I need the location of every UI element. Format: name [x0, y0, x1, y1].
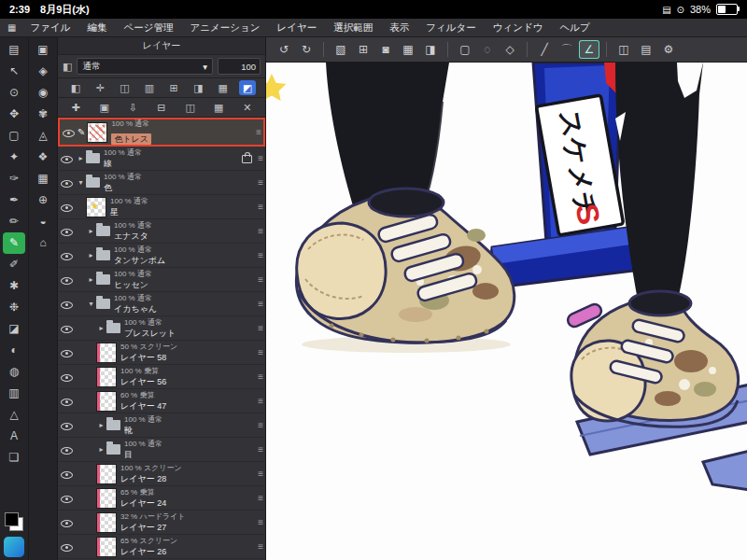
layer-visibility-toggle[interactable] [60, 346, 74, 359]
selection-tool[interactable]: ▢ [3, 125, 25, 147]
delete-layer-button[interactable]: ✕ [239, 100, 256, 115]
blend-mode-select[interactable]: 通常 ▾ [77, 58, 213, 75]
fill-area-icon[interactable]: ◙ [375, 40, 396, 59]
menu-item-1[interactable]: ファイル [21, 21, 78, 35]
layer-row[interactable]: 65 % スクリーンレイヤー 26≡ [58, 535, 265, 559]
snap-ruler-icon[interactable]: ▧ [331, 40, 351, 59]
layer-thumbnail[interactable] [96, 537, 117, 557]
pen-tool[interactable]: ✒ [3, 189, 25, 211]
blend-tool[interactable]: ◐ [3, 340, 25, 361]
layer-thumbnail[interactable] [96, 391, 117, 412]
layer-visibility-toggle[interactable] [60, 419, 74, 432]
fill-tool[interactable]: ◍ [3, 361, 25, 383]
layer-drag-handle[interactable]: ≡ [258, 299, 263, 309]
material-icon[interactable]: ◨ [420, 40, 441, 59]
rect-select-icon[interactable]: ▢ [455, 40, 475, 59]
layer-drag-handle[interactable]: ≡ [258, 250, 263, 260]
layer-visibility-toggle[interactable] [60, 249, 74, 262]
gradient-tool[interactable]: ▥ [3, 383, 25, 404]
menu-item-5[interactable]: レイヤー [268, 21, 325, 35]
layer-palette-tab-2[interactable]: ✛ [92, 80, 108, 95]
layer-row[interactable]: ▸100 % 通常ヒッセン≡ [58, 268, 265, 292]
apply-mask-button[interactable]: ▦ [210, 100, 227, 115]
layer-thumbnail[interactable] [96, 343, 117, 363]
layer-visibility-toggle[interactable] [60, 176, 74, 189]
subtool-icon-2[interactable]: ◉ [32, 82, 54, 104]
layer-expand-arrow[interactable]: ▾ [86, 300, 96, 308]
layer-row[interactable]: ✎100 % 通常色トレス≡ [58, 118, 265, 147]
text-tool[interactable]: A [3, 426, 25, 447]
opacity-input[interactable]: 100 [218, 58, 261, 75]
layer-drag-handle[interactable]: ≡ [258, 202, 263, 212]
layer-expand-arrow[interactable]: ▾ [76, 178, 86, 187]
zoom-tool[interactable]: ⊙ [3, 82, 25, 104]
layer-expand-arrow[interactable]: ▸ [76, 154, 86, 162]
app-grid-icon[interactable]: ▦ [7, 22, 16, 33]
layer-expand-arrow[interactable]: ▸ [96, 445, 106, 454]
layer-drag-handle[interactable]: ≡ [258, 444, 263, 455]
layer-row[interactable]: ▸100 % 通常靴≡ [58, 413, 265, 438]
layer-palette-tab-1[interactable]: ◧ [67, 80, 84, 95]
layer-visibility-toggle[interactable] [60, 492, 74, 505]
layer-row[interactable]: ▸100 % 通常タンサンボム≡ [58, 244, 265, 268]
figure-tool[interactable]: △ [3, 404, 25, 426]
subtool-icon-6[interactable]: ▦ [32, 168, 54, 189]
subtool-icon-5[interactable]: ❖ [32, 147, 54, 168]
layer-row[interactable]: 100 % 乗算レイヤー 56≡ [58, 365, 265, 389]
layer-palette-tab-6[interactable]: ◨ [190, 80, 206, 95]
layer-visibility-toggle[interactable] [60, 273, 74, 287]
transform-icon[interactable]: ⊞ [353, 40, 374, 59]
layer-thumbnail[interactable] [87, 122, 107, 143]
lasso-select-icon[interactable]: ◌ [477, 40, 498, 59]
layer-row[interactable]: ▸100 % 通常エナスタ≡ [58, 219, 265, 244]
straight-line-icon[interactable]: ╱ [534, 40, 555, 59]
layer-drag-handle[interactable]: ≡ [258, 420, 263, 430]
new-folder-button[interactable]: ▣ [96, 100, 113, 115]
eyedropper-tool[interactable]: ✑ [3, 168, 25, 189]
layer-drag-handle[interactable]: ≡ [258, 153, 263, 163]
layer-visibility-toggle[interactable] [60, 443, 74, 456]
menu-item-2[interactable]: 編集 [78, 21, 115, 35]
layer-drag-handle[interactable]: ≡ [256, 127, 261, 137]
layer-expand-arrow[interactable]: ▸ [96, 421, 106, 429]
menu-item-9[interactable]: ウィンドウ [485, 21, 552, 35]
layer-drag-handle[interactable]: ≡ [258, 371, 263, 382]
palette-combine-icon[interactable]: ◧ [63, 61, 72, 73]
layer-visibility-toggle[interactable] [60, 371, 74, 384]
subtool-icon-4[interactable]: ◬ [32, 125, 54, 147]
layer-row[interactable]: ▸100 % 通常ブレスレット≡ [58, 316, 265, 341]
layer-thumbnail[interactable] [96, 464, 117, 484]
layer-visibility-toggle[interactable] [60, 468, 74, 481]
layer-drag-handle[interactable]: ≡ [258, 347, 263, 357]
layer-drag-handle[interactable]: ≡ [258, 517, 263, 527]
layer-palette-tab-7[interactable]: ▦ [215, 80, 232, 95]
layer-expand-arrow[interactable]: ▸ [86, 251, 96, 259]
copy-icon[interactable]: ◫ [613, 40, 634, 59]
canvas[interactable]: スケメチ S [266, 63, 747, 560]
menu-item-4[interactable]: アニメーション [181, 21, 268, 35]
brush-tool[interactable]: ✐ [3, 254, 25, 275]
layer-row[interactable]: ▸100 % 通常線≡ [58, 147, 265, 171]
layer-drag-handle[interactable]: ≡ [258, 323, 263, 333]
layer-palette-tab-4[interactable]: ▥ [141, 80, 158, 95]
marker-tool[interactable]: ✎ [3, 232, 25, 254]
decoration-tool[interactable]: ❉ [3, 297, 25, 318]
panel-toggle-icon[interactable]: ▤ [3, 39, 25, 61]
layer-palette-tab-8[interactable]: ◩ [239, 80, 256, 95]
pencil-tool[interactable]: ✏ [3, 211, 25, 232]
layer-visibility-toggle[interactable] [60, 152, 74, 165]
layer-drag-handle[interactable]: ≡ [258, 274, 263, 285]
eraser-tool[interactable]: ◪ [3, 318, 25, 340]
layer-visibility-toggle[interactable] [60, 298, 74, 311]
new-raster-layer-button[interactable]: ✚ [67, 100, 84, 115]
subtool-icon-1[interactable]: ◈ [32, 61, 54, 82]
layer-row[interactable]: 32 % ハードライトレイヤー 27≡ [58, 511, 265, 535]
undo-icon[interactable]: ↺ [274, 40, 294, 59]
curve-line-icon[interactable]: ⌒ [557, 40, 577, 59]
menu-item-3[interactable]: ページ管理 [115, 21, 181, 35]
menu-item-7[interactable]: 表示 [381, 21, 417, 35]
layer-row[interactable]: 50 % スクリーンレイヤー 58≡ [58, 341, 265, 365]
polyline-icon[interactable]: ∠ [579, 40, 599, 59]
polygon-select-icon[interactable]: ◇ [500, 40, 520, 59]
layer-drag-handle[interactable]: ≡ [258, 469, 263, 479]
